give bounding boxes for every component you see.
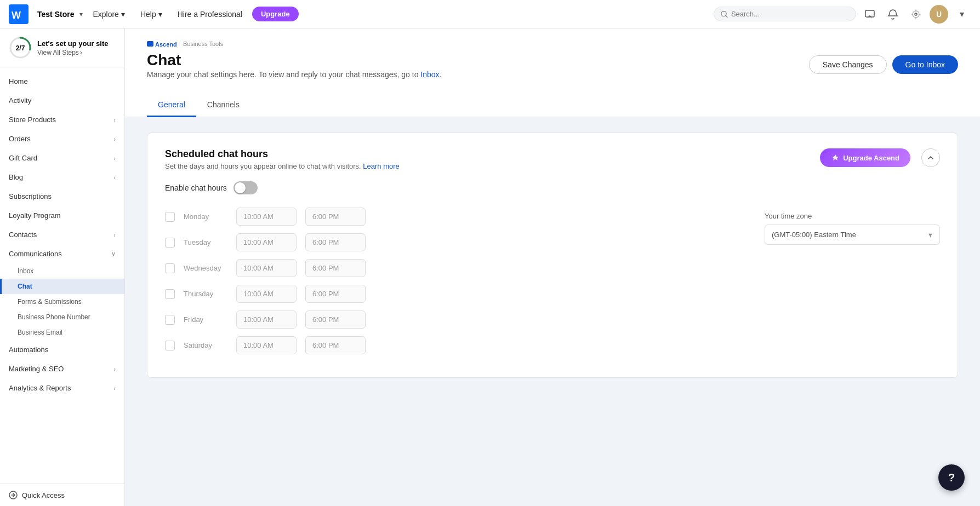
enable-chat-hours-label: Enable chat hours: [165, 183, 227, 192]
monday-start-input[interactable]: [236, 208, 297, 226]
sidebar-item-communications[interactable]: Communications ∨: [0, 244, 124, 263]
tabs: General Channels: [147, 94, 958, 117]
messages-icon-button[interactable]: [861, 5, 879, 24]
upgrade-ascend-button[interactable]: Upgrade Ascend: [820, 148, 910, 167]
saturday-end-input[interactable]: [305, 336, 366, 354]
thursday-end-input[interactable]: [305, 285, 366, 303]
tuesday-end-input[interactable]: [305, 233, 366, 251]
timezone-wrapper: (GMT-05:00) Eastern Time: [765, 225, 940, 245]
profile-chevron-icon[interactable]: ▾: [953, 5, 971, 24]
upgrade-button[interactable]: Upgrade: [252, 7, 299, 21]
quick-access-icon: [9, 491, 18, 499]
schedule-layout: Monday Tuesday: [165, 208, 940, 362]
contacts-label: Contacts: [9, 231, 37, 239]
monday-end-input[interactable]: [305, 208, 366, 226]
collapse-section-button[interactable]: [921, 148, 940, 167]
communications-chevron-icon: ∨: [111, 250, 116, 257]
timezone-select[interactable]: (GMT-05:00) Eastern Time: [765, 225, 940, 245]
tuesday-checkbox[interactable]: [165, 238, 175, 248]
monday-label: Monday: [184, 212, 227, 221]
sidebar-item-activity[interactable]: Activity: [0, 91, 124, 110]
store-name: Test Store: [37, 10, 74, 19]
sidebar-item-blog[interactable]: Blog ›: [0, 168, 124, 187]
scheduled-hours-card: Scheduled chat hours Set the days and ho…: [147, 133, 958, 378]
chevron-up-icon: [927, 154, 935, 162]
tab-channels[interactable]: Channels: [196, 94, 250, 117]
content-area: Scheduled chat hours Set the days and ho…: [125, 117, 980, 393]
friday-end-input[interactable]: [305, 311, 366, 329]
thursday-checkbox[interactable]: [165, 289, 175, 299]
sidebar-bottom: Quick Access: [0, 484, 124, 506]
sidebar-sub-forms-submissions[interactable]: Forms & Submissions: [0, 294, 124, 309]
sidebar-item-loyalty-program[interactable]: Loyalty Program: [0, 206, 124, 225]
communications-label: Communications: [9, 250, 62, 258]
section-title: Scheduled chat hours: [165, 148, 400, 160]
sidebar-item-marketing-seo[interactable]: Marketing & SEO ›: [0, 359, 124, 378]
schedule-table: Monday Tuesday: [165, 208, 743, 362]
blog-label: Blog: [9, 173, 23, 181]
sidebar-item-gift-card[interactable]: Gift Card ›: [0, 148, 124, 168]
table-row: Wednesday: [165, 259, 743, 277]
ascend-logo: Ascend Business Tools: [147, 39, 442, 48]
tuesday-start-input[interactable]: [236, 233, 297, 251]
saturday-checkbox[interactable]: [165, 341, 175, 350]
tab-general[interactable]: General: [147, 94, 196, 117]
orders-chevron-icon: ›: [113, 136, 116, 142]
hire-professional-button[interactable]: Hire a Professional: [172, 7, 248, 22]
home-label: Home: [9, 77, 28, 85]
page-description: Manage your chat settings here. To view …: [147, 69, 442, 81]
sidebar-item-home[interactable]: Home: [0, 72, 124, 91]
svg-text:2/7: 2/7: [16, 44, 25, 52]
sidebar-sub-chat[interactable]: Chat: [0, 279, 124, 294]
main-content: Ascend Business Tools Chat Manage your c…: [125, 28, 980, 506]
page-header: Ascend Business Tools Chat Manage your c…: [125, 28, 980, 117]
sidebar-item-contacts[interactable]: Contacts ›: [0, 225, 124, 244]
table-row: Tuesday: [165, 233, 743, 251]
svg-text:Ascend: Ascend: [155, 41, 177, 48]
view-all-steps-link[interactable]: View All Steps ›: [37, 49, 109, 56]
table-row: Monday: [165, 208, 743, 226]
search-icon: [721, 10, 728, 18]
svg-rect-9: [147, 41, 153, 47]
friday-checkbox[interactable]: [165, 315, 175, 325]
sidebar-sub-business-email[interactable]: Business Email: [0, 325, 124, 340]
sidebar-sub-business-phone[interactable]: Business Phone Number: [0, 309, 124, 325]
sidebar-item-subscriptions[interactable]: Subscriptions: [0, 187, 124, 206]
help-button[interactable]: Help ▾: [135, 7, 168, 22]
avatar[interactable]: U: [930, 5, 948, 24]
quick-access-button[interactable]: Quick Access: [9, 491, 65, 499]
learn-more-link[interactable]: Learn more: [363, 162, 399, 170]
settings-icon-button[interactable]: [907, 5, 925, 24]
store-products-chevron-icon: ›: [113, 117, 116, 123]
search-input[interactable]: [731, 10, 849, 18]
toggle-knob: [235, 182, 246, 193]
saturday-start-input[interactable]: [236, 336, 297, 354]
search-bar: [714, 7, 856, 21]
help-fab-button[interactable]: ?: [938, 464, 965, 491]
sidebar-item-automations[interactable]: Automations: [0, 340, 124, 359]
thursday-start-input[interactable]: [236, 285, 297, 303]
save-changes-button[interactable]: Save Changes: [809, 55, 887, 74]
contacts-chevron-icon: ›: [113, 232, 116, 238]
sidebar-item-store-products[interactable]: Store Products ›: [0, 110, 124, 129]
sidebar-sub-inbox[interactable]: Inbox: [0, 263, 124, 279]
sidebar-nav: Home Activity Store Products › Orders › …: [0, 67, 124, 484]
explore-button[interactable]: Explore ▾: [87, 7, 130, 22]
monday-checkbox[interactable]: [165, 212, 175, 222]
timezone-label: Your time zone: [765, 212, 940, 220]
sidebar-item-orders[interactable]: Orders ›: [0, 129, 124, 148]
enable-chat-hours-toggle[interactable]: [233, 181, 258, 194]
friday-start-input[interactable]: [236, 311, 297, 329]
wednesday-checkbox[interactable]: [165, 263, 175, 273]
nav-icons: U ▾: [861, 5, 971, 24]
wednesday-end-input[interactable]: [305, 259, 366, 277]
page-title: Chat: [147, 51, 442, 69]
wednesday-start-input[interactable]: [236, 259, 297, 277]
notifications-icon-button[interactable]: [884, 5, 902, 24]
sidebar-item-analytics-reports[interactable]: Analytics & Reports ›: [0, 378, 124, 398]
section-description: Set the days and hours you appear online…: [165, 162, 400, 170]
subscriptions-label: Subscriptions: [9, 192, 52, 200]
inbox-link[interactable]: Inbox: [420, 70, 439, 79]
store-chevron-icon[interactable]: ▾: [79, 10, 83, 18]
go-to-inbox-button[interactable]: Go to Inbox: [892, 55, 958, 74]
